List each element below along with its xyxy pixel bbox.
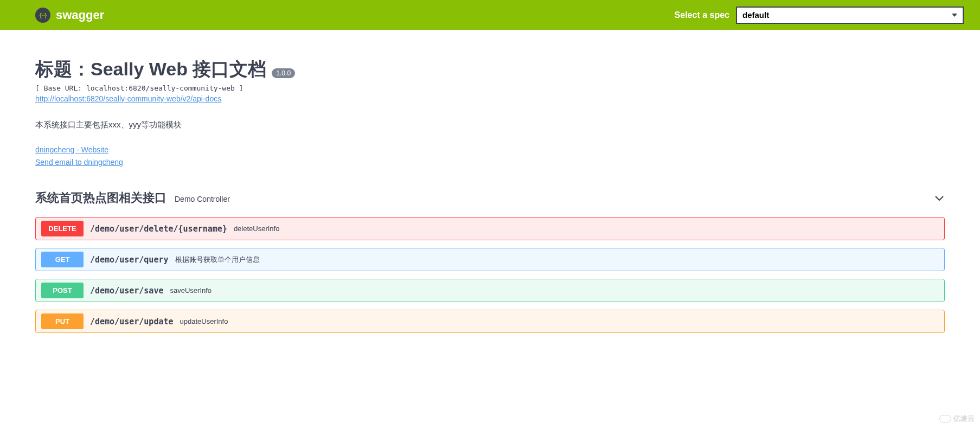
method-badge: DELETE [41, 221, 84, 236]
spec-selector: Select a spec default [675, 7, 964, 24]
tag-header[interactable]: 系统首页热点图相关接口 Demo Controller [35, 183, 945, 213]
operations-list: DELETE /demo/user/delete/{username} dele… [35, 217, 945, 333]
chevron-down-icon [934, 193, 945, 203]
base-url: [ Base URL: localhost:6820/seally-commun… [35, 84, 945, 92]
swagger-logo-icon [35, 8, 50, 23]
spec-select[interactable]: default [736, 7, 964, 24]
page-title: 标题：Seally Web 接口文档 [35, 57, 266, 82]
operation-path: /demo/user/query [90, 255, 169, 265]
operation-summary: updateUserInfo [180, 317, 228, 325]
contact-email-link[interactable]: Send email to dningcheng [35, 158, 123, 167]
api-description: 本系统接口主要包括xxx、yyy等功能模块 [35, 120, 945, 130]
operation-path: /demo/user/delete/{username} [90, 224, 227, 234]
version-badge: 1.0.0 [272, 68, 295, 78]
info-section: 标题：Seally Web 接口文档 1.0.0 [ Base URL: loc… [0, 30, 980, 183]
brand-text: swagger [56, 8, 104, 22]
operation-path: /demo/user/save [90, 286, 163, 296]
title-row: 标题：Seally Web 接口文档 1.0.0 [35, 57, 945, 82]
spec-select-wrapper: default [736, 7, 964, 24]
tag-description: Demo Controller [175, 195, 230, 203]
operation-put[interactable]: PUT /demo/user/update updateUserInfo [35, 310, 945, 333]
topbar-brand[interactable]: swagger [35, 8, 104, 23]
spec-label: Select a spec [675, 10, 729, 20]
operation-get[interactable]: GET /demo/user/query 根据账号获取单个用户信息 [35, 248, 945, 271]
method-badge: POST [41, 283, 84, 298]
operation-summary: deleteUserInfo [234, 225, 280, 233]
operation-summary: 根据账号获取单个用户信息 [175, 255, 260, 265]
tag-header-left: 系统首页热点图相关接口 Demo Controller [35, 190, 230, 206]
topbar: swagger Select a spec default [0, 0, 980, 30]
operation-post[interactable]: POST /demo/user/save saveUserInfo [35, 279, 945, 302]
operation-delete[interactable]: DELETE /demo/user/delete/{username} dele… [35, 217, 945, 240]
method-badge: PUT [41, 313, 84, 329]
api-docs-link[interactable]: http://localhost:6820/seally-community-w… [35, 94, 221, 103]
operation-summary: saveUserInfo [170, 286, 212, 294]
tag-name: 系统首页热点图相关接口 [35, 190, 166, 206]
method-badge: GET [41, 252, 84, 267]
tag-section: 系统首页热点图相关接口 Demo Controller DELETE /demo… [0, 183, 980, 349]
operation-path: /demo/user/update [90, 317, 174, 326]
contact-website-link[interactable]: dningcheng - Website [35, 145, 108, 154]
